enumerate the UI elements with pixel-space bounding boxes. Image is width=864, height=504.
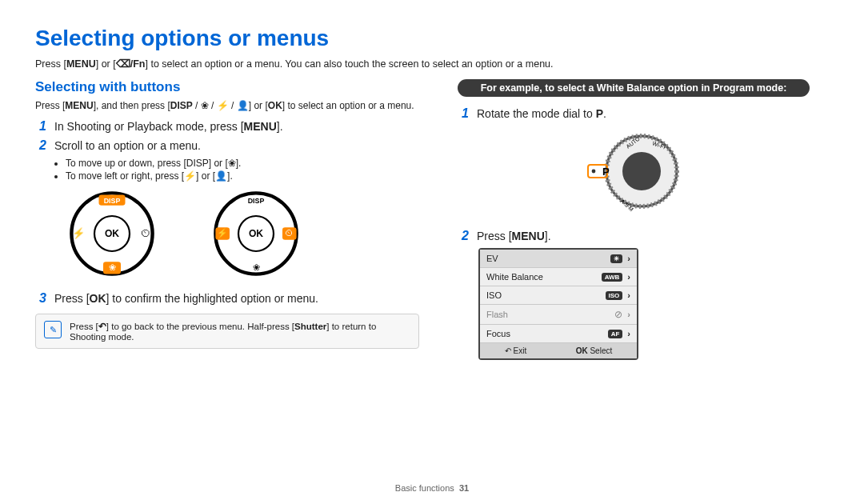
af-icon: AF xyxy=(608,330,623,338)
menu-button-label: MENU xyxy=(66,58,96,70)
chevron-right-icon: › xyxy=(627,254,630,263)
page-title: Selecting options or menus xyxy=(35,26,829,51)
step-2-bullets: To move up or down, press [DISP] or [❀].… xyxy=(56,158,419,182)
chevron-right-icon: › xyxy=(627,329,630,338)
chevron-right-icon: › xyxy=(627,310,630,319)
menu-row-iso: ISO ISO› xyxy=(480,286,637,305)
menu-row-flash: Flash ⊘› xyxy=(480,305,637,325)
step-1-right: 1 Rotate the mode dial to P. xyxy=(458,106,810,121)
svg-text:❀: ❀ xyxy=(109,262,116,272)
svg-text:⏲: ⏲ xyxy=(140,227,150,239)
left-column: Selecting with buttons Press [MENU], and… xyxy=(35,79,419,360)
step-number: 2 xyxy=(35,138,46,153)
example-pill: For example, to select a White Balance o… xyxy=(458,79,810,97)
step-2: 2 Scroll to an option or a menu. xyxy=(35,138,419,153)
svg-text:OK: OK xyxy=(249,228,263,239)
flash-off-icon: ⊘ xyxy=(614,309,622,320)
svg-point-22 xyxy=(592,170,596,174)
fn-button-label: ⌫/Fn xyxy=(116,58,146,70)
ok-icon: OK xyxy=(576,346,588,355)
step-2-right: 2 Press [MENU]. xyxy=(458,229,810,243)
chevron-right-icon: › xyxy=(627,290,630,300)
step-1: 1 In Shooting or Playback mode, press [M… xyxy=(35,119,419,134)
svg-text:⚡: ⚡ xyxy=(217,227,228,238)
svg-text:⚡: ⚡ xyxy=(72,226,86,240)
awb-icon: AWB xyxy=(602,273,623,282)
menu-footer: ↶ Exit OK Select xyxy=(480,343,637,358)
back-icon: ↶ xyxy=(505,346,511,355)
svg-text:DISP: DISP xyxy=(104,197,121,205)
right-column: For example, to select a White Balance o… xyxy=(458,79,810,360)
svg-point-20 xyxy=(622,152,661,190)
intro-text: Press [MENU] or [⌫/Fn] to select an opti… xyxy=(35,58,829,70)
bullet: To move left or right, press [⚡] or [👤]. xyxy=(66,170,419,182)
ev-icon: ☀ xyxy=(610,254,622,263)
svg-text:DISP: DISP xyxy=(248,197,265,205)
iso-icon: ISO xyxy=(606,291,623,300)
page-footer: Basic functions 31 xyxy=(0,483,864,493)
menu-row-focus: Focus AF› xyxy=(480,325,637,343)
info-icon: ✎ xyxy=(44,321,62,338)
svg-text:❀: ❀ xyxy=(253,262,260,272)
step-number: 1 xyxy=(35,119,46,134)
step-3: 3 Press [OK] to confirm the highlighted … xyxy=(35,291,419,306)
dial-vertical: OK DISP ❀ ⚡ ⏲ xyxy=(56,190,168,280)
chevron-right-icon: › xyxy=(627,272,630,282)
mode-dial-graphic: P AUTO Wi-Fi A·S·M xyxy=(458,127,810,218)
bullet: To move up or down, press [DISP] or [❀]. xyxy=(66,158,419,169)
svg-text:OK: OK xyxy=(105,228,119,239)
buttons-note: Press [MENU], and then press [DISP / ❀ /… xyxy=(35,100,419,111)
step-number: 3 xyxy=(35,291,46,306)
svg-text:⏲: ⏲ xyxy=(285,228,294,238)
direction-dials: OK DISP ❀ ⚡ ⏲ OK xyxy=(56,190,419,280)
subheading: Selecting with buttons xyxy=(35,79,419,95)
dial-horizontal: OK DISP ❀ ⚡ ⏲ xyxy=(200,190,312,280)
menu-screenshot: EV ☀› White Balance AWB› ISO ISO› Flash … xyxy=(478,248,638,360)
svg-text:P: P xyxy=(602,166,610,178)
info-box: ✎ Press [↶] to go back to the previous m… xyxy=(35,314,419,349)
menu-row-ev: EV ☀› xyxy=(480,250,637,268)
menu-row-wb: White Balance AWB› xyxy=(480,268,637,286)
